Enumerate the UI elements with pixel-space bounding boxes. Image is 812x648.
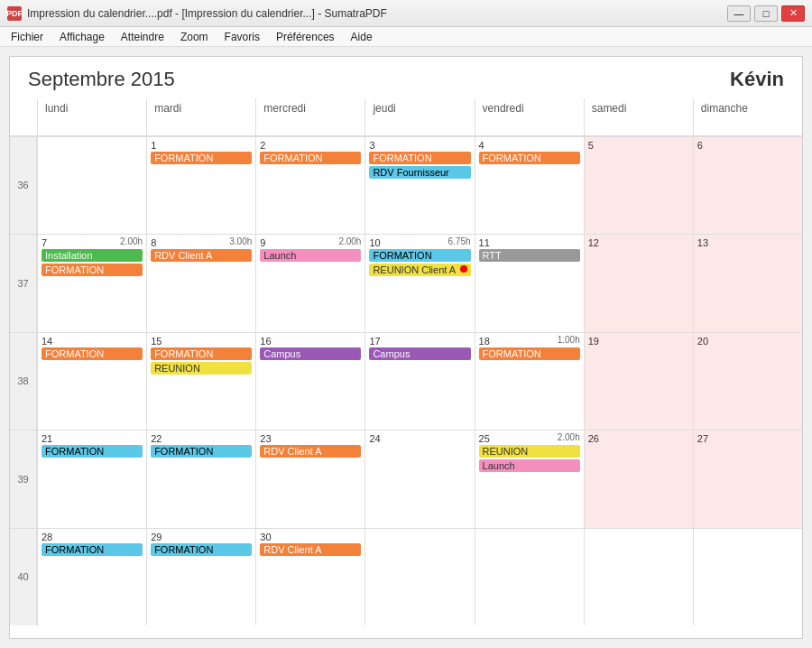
day-cell[interactable]: 19 xyxy=(584,332,693,430)
calendar-event[interactable]: FORMATION xyxy=(151,347,252,360)
calendar-event[interactable]: FORMATION xyxy=(479,347,580,360)
day-number: 9 xyxy=(260,237,265,248)
calendar-event[interactable]: RDV Client A xyxy=(260,543,361,556)
day-cell[interactable]: 13 xyxy=(693,234,802,332)
day-cell[interactable]: 2FORMATION xyxy=(255,136,364,235)
day-number: 10 xyxy=(369,237,380,248)
week-number: 40 xyxy=(10,528,37,626)
calendar-event[interactable]: FORMATION xyxy=(42,445,143,458)
day-cell[interactable]: 1FORMATION xyxy=(146,136,255,235)
calendar-event[interactable]: RDV Client A xyxy=(151,249,252,262)
day-cell[interactable]: 26 xyxy=(584,430,693,528)
day-cell[interactable] xyxy=(364,528,474,626)
menu-item-fichier[interactable]: Fichier xyxy=(4,29,51,45)
day-number: 17 xyxy=(369,336,380,347)
day-header-mercredi: mercredi xyxy=(255,98,364,136)
day-cell[interactable]: 181.00hFORMATION xyxy=(475,332,584,430)
day-cell[interactable]: 6 xyxy=(693,136,802,235)
day-cell[interactable]: 12 xyxy=(584,234,693,332)
week-number: 37 xyxy=(10,234,37,332)
day-cell[interactable]: 11RTT xyxy=(475,234,584,332)
day-number: 22 xyxy=(151,433,161,444)
day-cell[interactable] xyxy=(475,528,584,626)
calendar-event[interactable]: FORMATION xyxy=(479,152,580,164)
calendar-event[interactable]: FORMATION xyxy=(151,445,252,458)
day-cell[interactable]: 3FORMATIONRDV Fournisseur xyxy=(364,136,474,235)
day-header-jeudi: jeudi xyxy=(364,98,474,136)
day-number: 16 xyxy=(260,336,271,347)
menu-item-aide[interactable]: Aide xyxy=(344,29,380,45)
day-cell[interactable]: 30RDV Client A xyxy=(255,528,364,626)
calendar-event[interactable]: REUNION Client A xyxy=(369,264,470,276)
app-icon: PDF xyxy=(7,6,22,21)
day-header-mardi: mardi xyxy=(146,98,255,136)
day-cell[interactable]: 4FORMATION xyxy=(475,136,584,235)
close-button[interactable]: ✕ xyxy=(781,5,805,22)
week-number: 36 xyxy=(10,136,37,235)
day-header-lundi: lundi xyxy=(37,98,146,136)
day-number: 25 xyxy=(479,433,490,444)
day-cell[interactable]: 16Campus xyxy=(255,332,364,430)
minimize-button[interactable]: — xyxy=(727,5,751,22)
calendar-event[interactable]: FORMATION xyxy=(42,264,143,276)
day-cell[interactable]: 29FORMATION xyxy=(146,528,255,626)
day-cell[interactable]: 106.75hFORMATIONREUNION Client A xyxy=(364,234,474,332)
calendar-event[interactable]: Installation xyxy=(42,249,143,262)
day-cell[interactable]: 5 xyxy=(584,136,693,235)
calendar-event[interactable]: Launch xyxy=(479,459,580,472)
day-number: 20 xyxy=(697,336,708,347)
calendar-event[interactable]: FORMATION xyxy=(369,152,470,164)
calendar-event[interactable]: RTT xyxy=(479,249,580,262)
day-cell[interactable] xyxy=(37,136,146,235)
day-cell[interactable]: 15FORMATIONREUNION xyxy=(146,332,255,430)
menu-item-affichage[interactable]: Affichage xyxy=(52,29,112,45)
calendar-event[interactable]: REUNION xyxy=(479,445,580,458)
day-cell[interactable]: 14FORMATION xyxy=(37,332,146,430)
menu-item-zoom[interactable]: Zoom xyxy=(173,29,216,45)
calendar-event[interactable]: FORMATION xyxy=(260,152,361,164)
day-cell[interactable]: 22FORMATION xyxy=(146,430,255,528)
calendar-title: Septembre 2015 xyxy=(28,68,175,91)
day-cell[interactable]: 83.00hRDV Client A xyxy=(146,234,255,332)
title-bar: PDF Impression du calendrier....pdf - [I… xyxy=(0,0,812,27)
day-hours: 3.00h xyxy=(229,236,252,246)
day-cell[interactable]: 20 xyxy=(693,332,802,430)
day-cell[interactable]: 92.00hLaunch xyxy=(255,234,364,332)
calendar-event[interactable]: FORMATION xyxy=(369,249,470,262)
calendar-event[interactable]: RDV Client A xyxy=(260,445,361,458)
day-hours: 2.00h xyxy=(558,432,580,442)
calendar-event[interactable]: REUNION xyxy=(151,362,252,375)
day-cell[interactable]: 27 xyxy=(693,430,802,528)
day-cell[interactable]: 23RDV Client A xyxy=(255,430,364,528)
day-cell[interactable]: 21FORMATION xyxy=(37,430,146,528)
day-cell[interactable]: 17Campus xyxy=(364,332,474,430)
day-number: 3 xyxy=(369,140,374,151)
day-number: 11 xyxy=(479,237,490,248)
day-cell[interactable] xyxy=(584,528,693,626)
day-number: 29 xyxy=(151,532,161,542)
menu-item-atteindre[interactable]: Atteindre xyxy=(114,29,171,45)
day-cell[interactable]: 28FORMATION xyxy=(37,528,146,626)
day-number: 12 xyxy=(588,237,599,248)
calendar-event[interactable]: RDV Fournisseur xyxy=(369,166,470,179)
day-number: 15 xyxy=(151,336,161,347)
day-cell[interactable] xyxy=(693,528,802,626)
maximize-button[interactable]: □ xyxy=(754,5,778,22)
day-cell[interactable]: 72.00hInstallationFORMATION xyxy=(37,234,146,332)
calendar-event[interactable]: FORMATION xyxy=(42,347,143,360)
menu-item-favoris[interactable]: Favoris xyxy=(217,29,267,45)
calendar-header: Septembre 2015 Kévin xyxy=(10,57,802,98)
day-header-vendredi: vendredi xyxy=(475,98,584,136)
day-cell[interactable]: 24 xyxy=(364,430,474,528)
calendar-event[interactable]: Launch xyxy=(260,249,361,262)
calendar-event[interactable]: FORMATION xyxy=(151,543,252,556)
calendar-event[interactable]: Campus xyxy=(260,347,361,360)
calendar-event[interactable]: FORMATION xyxy=(42,543,143,556)
menu-item-préférences[interactable]: Préférences xyxy=(269,29,342,45)
day-number: 1 xyxy=(151,140,156,151)
calendar-event[interactable]: FORMATION xyxy=(151,152,252,164)
day-cell[interactable]: 252.00hREUNIONLaunch xyxy=(475,430,584,528)
week-number: 39 xyxy=(10,430,37,528)
calendar-event[interactable]: Campus xyxy=(369,347,470,360)
menu-bar: FichierAffichageAtteindreZoomFavorisPréf… xyxy=(0,27,812,47)
